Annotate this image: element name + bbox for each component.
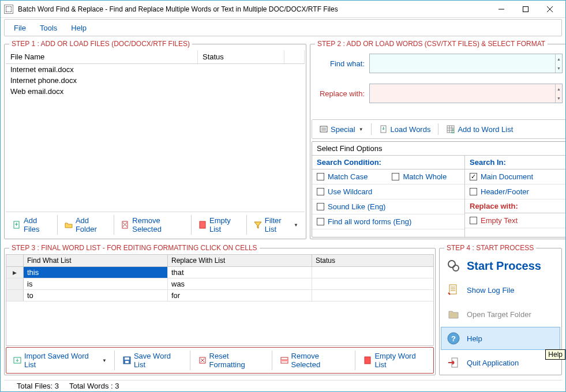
log-file-icon: [446, 282, 461, 297]
filter-list-button[interactable]: Filter List▼: [248, 213, 303, 236]
replace-with-input[interactable]: ▲▼: [369, 84, 563, 103]
open-target-folder-button[interactable]: Open Target Folder: [441, 303, 560, 326]
replace-cell[interactable]: was: [168, 278, 312, 289]
folder-icon: [64, 220, 73, 229]
status-cell[interactable]: [312, 290, 433, 301]
open-target-folder-label: Open Target Folder: [467, 310, 531, 319]
reset-icon: [198, 356, 207, 365]
svg-rect-24: [125, 361, 129, 363]
files-col-status[interactable]: Status: [198, 50, 284, 63]
main-document-checkbox[interactable]: [470, 173, 477, 180]
file-row[interactable]: Internet phone.docx: [6, 75, 305, 86]
files-grid[interactable]: File Name Status Internet email.docx Int…: [6, 50, 305, 212]
load-words-label: Load Words: [391, 125, 431, 134]
find-cell[interactable]: to: [24, 290, 168, 301]
reset-formatting-button[interactable]: Reset Formatting: [193, 349, 269, 372]
find-forms-checkbox[interactable]: [317, 218, 324, 225]
word-list-row[interactable]: is was: [6, 278, 433, 290]
replace-with-col[interactable]: Replace With List: [168, 255, 312, 266]
empty-text-checkbox[interactable]: [470, 217, 477, 224]
status-col[interactable]: Status: [312, 255, 433, 266]
save-icon: [122, 356, 132, 365]
svg-rect-34: [449, 285, 456, 294]
empty-word-icon: [363, 356, 372, 365]
find-cell[interactable]: this: [24, 267, 168, 278]
spin-down-icon[interactable]: ▼: [556, 93, 562, 103]
word-list-row[interactable]: to for: [6, 290, 433, 301]
menu-help[interactable]: Help: [64, 21, 93, 35]
step1-legend: STEP 1 : ADD OR LOAD FILES (DOC/DOCX/RTF…: [9, 39, 192, 49]
spin-up-icon[interactable]: ▲: [556, 84, 562, 93]
start-process-label: Start Process: [467, 259, 541, 273]
maximize-button[interactable]: [513, 1, 538, 17]
filter-icon: [253, 220, 263, 229]
file-row[interactable]: Web email.docx: [6, 86, 305, 97]
add-file-icon: [12, 220, 21, 229]
replace-cell[interactable]: that: [168, 267, 312, 278]
menu-tools[interactable]: Tools: [33, 21, 64, 35]
save-word-list-label: Save Word List: [134, 352, 182, 369]
remove-selected-label: Remove Selected: [132, 216, 185, 233]
start-process-button[interactable]: Start Process: [441, 254, 560, 277]
chevron-down-icon: ▼: [359, 127, 363, 132]
file-row[interactable]: Internet email.docx: [6, 64, 305, 75]
word-list-row[interactable]: this that: [6, 267, 433, 278]
find-what-label: Find what:: [315, 59, 365, 68]
help-button[interactable]: ? Help: [441, 327, 560, 350]
remove-selected-word-button[interactable]: Remove Selected: [275, 349, 353, 372]
import-word-list-button[interactable]: Import Saved Word List▼: [8, 349, 112, 372]
status-cell[interactable]: [312, 278, 433, 289]
svg-rect-30: [281, 360, 288, 361]
close-button[interactable]: [538, 1, 562, 17]
quit-button[interactable]: Quit Application: [441, 351, 560, 374]
help-label: Help: [467, 334, 482, 343]
spin-down-icon[interactable]: ▼: [556, 63, 562, 73]
step2-panel: STEP 2 : ADD OR LOAD WORDS (CSV/TXT FILE…: [310, 39, 566, 239]
empty-word-list-button[interactable]: Empty Word List: [358, 349, 432, 372]
find-what-input[interactable]: ▲▼: [369, 54, 563, 73]
special-button[interactable]: Special▼: [314, 122, 369, 137]
empty-list-button[interactable]: Empty List: [193, 213, 245, 236]
chevron-down-icon: ▼: [102, 358, 107, 363]
save-word-list-button[interactable]: Save Word List: [117, 349, 188, 372]
status-cell[interactable]: [312, 267, 433, 278]
file-name-cell: Web email.docx: [10, 87, 63, 96]
add-files-button[interactable]: Add Files: [7, 213, 56, 236]
minimize-button[interactable]: [489, 1, 513, 17]
word-list-grid[interactable]: Find What List Replace With List Status …: [6, 254, 434, 346]
sound-like-label: Sound Like (Eng): [328, 202, 385, 211]
add-folder-button[interactable]: Add Folder: [59, 213, 113, 236]
step1-toolbar: Add Files Add Folder Remove Selected Emp…: [6, 212, 305, 238]
special-label: Special: [331, 125, 355, 134]
add-word-list-button[interactable]: Add to Word List: [441, 122, 518, 137]
replace-cell[interactable]: for: [168, 290, 312, 301]
show-log-button[interactable]: Show Log File: [441, 278, 560, 301]
header-footer-checkbox[interactable]: [470, 188, 477, 195]
remove-selected-word-label: Remove Selected: [291, 352, 348, 369]
row-indicator: [6, 267, 24, 278]
find-cell[interactable]: is: [24, 278, 168, 289]
find-forms-label: Find all word forms (Eng): [328, 217, 411, 226]
spin-up-icon[interactable]: ▲: [556, 54, 562, 63]
step3-legend: STEP 3 : FINAL WORD LIST - FOR EDITING F…: [9, 243, 260, 253]
find-what-col[interactable]: Find What List: [24, 255, 168, 266]
files-col-filename[interactable]: File Name: [6, 50, 198, 63]
step1-panel: STEP 1 : ADD OR LOAD FILES (DOC/DOCX/RTF…: [4, 39, 306, 239]
sound-like-checkbox[interactable]: [317, 203, 324, 210]
find-options-title: Select Find Options: [312, 142, 565, 156]
match-case-checkbox[interactable]: [317, 173, 324, 180]
status-bar: Total Files: 3 Total Words : 3: [4, 380, 562, 391]
replace-with-header: Replace with:: [465, 199, 565, 213]
load-words-button[interactable]: Load Words: [374, 122, 436, 137]
remove-selected-button[interactable]: Remove Selected: [115, 213, 190, 236]
row-header-col: [6, 255, 24, 266]
use-wildcard-checkbox[interactable]: [317, 188, 324, 195]
menu-file[interactable]: File: [7, 21, 33, 35]
svg-rect-10: [200, 221, 205, 228]
svg-rect-1: [523, 6, 528, 12]
show-log-label: Show Log File: [467, 286, 514, 295]
step3-panel: STEP 3 : FINAL WORD LIST - FOR EDITING F…: [4, 243, 436, 375]
svg-rect-23: [125, 357, 129, 360]
match-whole-checkbox[interactable]: [392, 173, 399, 180]
filter-list-label: Filter List: [265, 216, 290, 233]
